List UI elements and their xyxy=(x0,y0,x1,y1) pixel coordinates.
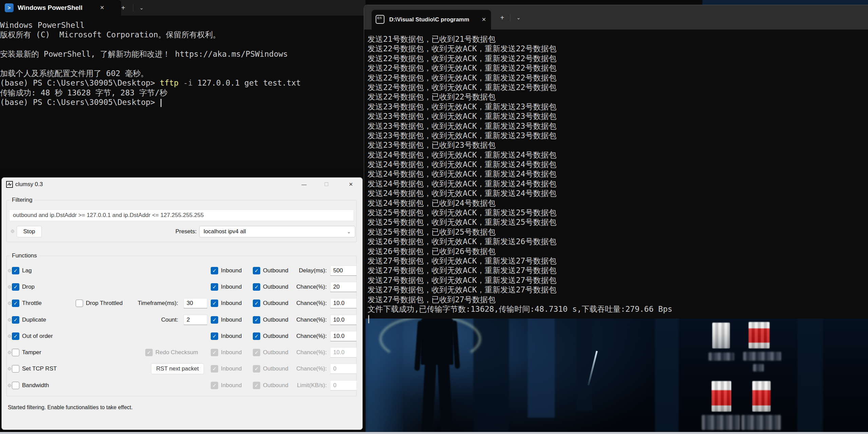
terminal-line: 发送27号数据包，收到无效ACK，重新发送27号数据包 xyxy=(367,266,866,275)
terminal-line xyxy=(367,314,866,323)
bandwidth-value-input xyxy=(330,380,357,391)
presets-label: Presets: xyxy=(175,226,196,237)
duplicate-checkbox[interactable]: ✓ xyxy=(12,316,19,324)
inbound-checkbox: ✓ xyxy=(211,365,218,373)
taskbar-edge[interactable] xyxy=(0,432,868,434)
out-of-order-value-input[interactable] xyxy=(330,331,357,341)
inbound-label: Inbound xyxy=(221,330,242,342)
terminal-line: 发送26号数据包，已收到26号数据包 xyxy=(367,247,866,256)
function-row-duplicate: ✓DuplicateCount:✓Inbound✓OutboundChance(… xyxy=(6,314,357,326)
drop-throttled-checkbox[interactable] xyxy=(76,300,83,307)
inbound-label: Inbound xyxy=(221,314,242,326)
inbound-label: Inbound xyxy=(221,281,242,293)
function-label: Duplicate xyxy=(22,314,46,326)
function-label: Out of order xyxy=(22,330,53,342)
terminal-line: 发送23号数据包，已收到23号数据包 xyxy=(367,140,866,150)
terminal-line: 发送25号数据包，收到无效ACK，重新发送25号数据包 xyxy=(367,208,866,217)
terminal-text-segment: 127.0.0.1 get test.txt xyxy=(193,78,301,87)
tab-dropdown-button[interactable]: ⌄ xyxy=(513,13,524,23)
terminal-text-segment: 版权所有 (C) Microsoft Corporation。保留所有权利。 xyxy=(0,30,221,39)
bandwidth-checkbox[interactable] xyxy=(12,382,19,389)
redo-checksum-checkbox: ✓ xyxy=(145,349,153,356)
function-label: Lag xyxy=(22,265,32,277)
close-button[interactable]: ✕ xyxy=(344,179,358,189)
tab-windows-powershell[interactable]: > Windows PowerShell ✕ xyxy=(0,0,121,16)
function-led xyxy=(8,367,11,370)
tamper-checkbox[interactable] xyxy=(12,349,19,356)
parameter-label: Chance(%): xyxy=(282,281,327,293)
set-tcp-rst-value-input xyxy=(330,364,357,374)
lag-checkbox[interactable]: ✓ xyxy=(12,267,19,274)
presets-dropdown[interactable]: localhost ipv4 all ⌄ xyxy=(199,226,355,237)
inbound-checkbox[interactable]: ✓ xyxy=(211,283,218,291)
parameter-label: Delay(ms): xyxy=(282,265,327,277)
throttle-checkbox[interactable]: ✓ xyxy=(12,300,19,307)
function-row-bandwidth: Bandwidth✓Inbound✓OutboundLimit(KB/s): xyxy=(6,379,357,392)
throttle-value-input[interactable] xyxy=(330,298,357,308)
status-bar-text: Started filtering. Enable functionalitie… xyxy=(8,404,133,411)
outbound-checkbox[interactable]: ✓ xyxy=(253,300,260,307)
inbound-checkbox[interactable]: ✓ xyxy=(211,267,218,274)
inbound-checkbox[interactable]: ✓ xyxy=(211,316,218,324)
drop-value-input[interactable] xyxy=(330,282,357,292)
lag-value-input[interactable] xyxy=(330,266,357,276)
tab-title: D:\Visual Studio\C programm xyxy=(389,10,469,30)
inbound-checkbox: ✓ xyxy=(211,349,218,356)
pixelation-overlay xyxy=(749,322,770,348)
desktop-icon-pixelated[interactable] xyxy=(712,381,731,412)
clumsy-title-bar[interactable]: clumsy 0.3 — ☐ ✕ xyxy=(2,178,362,191)
duplicate-count-input[interactable] xyxy=(184,315,207,325)
minimize-button[interactable]: — xyxy=(297,179,311,189)
terminal-line: 加载个人及系统配置文件用了 602 毫秒。 xyxy=(0,69,363,78)
filter-expression-input[interactable] xyxy=(9,210,354,221)
desktop-icon-pixelated[interactable] xyxy=(712,323,730,348)
inbound-checkbox[interactable]: ✓ xyxy=(211,332,218,340)
powershell-output: Windows PowerShell版权所有 (C) Microsoft Cor… xyxy=(0,20,363,107)
figure-silhouette-leg xyxy=(437,362,453,432)
tab-close-icon[interactable]: ✕ xyxy=(98,4,107,12)
rst-next-packet-button[interactable]: RST next packet xyxy=(151,363,204,374)
tab-dropdown-button[interactable]: ⌄ xyxy=(136,3,147,13)
terminal-text-segment: -i xyxy=(183,78,193,87)
terminal-line: 发送24号数据包，收到无效ACK，重新发送24号数据包 xyxy=(367,179,866,188)
inbound-checkbox[interactable]: ✓ xyxy=(211,300,218,307)
pixelation-overlay xyxy=(712,381,731,412)
wallpaper-tree xyxy=(528,316,555,418)
outbound-checkbox[interactable]: ✓ xyxy=(253,316,260,324)
inbound-label: Inbound xyxy=(221,346,242,359)
figure-silhouette-torso xyxy=(421,317,453,365)
terminal-text-segment: tftp xyxy=(160,78,178,87)
outbound-checkbox[interactable]: ✓ xyxy=(253,332,260,340)
filter-status-led xyxy=(11,230,14,233)
terminal-line: 发送23号数据包，收到无效ACK，重新发送23号数据包 xyxy=(367,102,866,111)
out-of-order-checkbox[interactable]: ✓ xyxy=(12,332,19,340)
desktop-icon-label-pixelated xyxy=(709,352,734,361)
terminal-tab-bar[interactable]: C:\ D:\Visual Studio\C programm ✕ + ⌄ xyxy=(364,5,868,30)
desktop-icon-pixelated[interactable] xyxy=(749,322,770,348)
wallpaper-tree xyxy=(655,316,679,432)
desktop-icon-pixelated[interactable] xyxy=(752,381,771,412)
function-led xyxy=(8,351,11,354)
parameter-label: Chance(%): xyxy=(282,314,327,326)
tab-c-program[interactable]: C:\ D:\Visual Studio\C programm ✕ xyxy=(372,10,491,30)
terminal-line: (base) PS C:\Users\30905\Desktop> xyxy=(0,97,363,107)
powershell-tab-bar[interactable]: > Windows PowerShell ✕ + ⌄ xyxy=(0,0,365,16)
function-row-tamper: Tamper✓Redo Checksum✓Inbound✓OutboundCha… xyxy=(6,346,357,359)
new-tab-button[interactable]: + xyxy=(497,13,507,23)
throttle-timeframe-ms--input[interactable] xyxy=(184,298,207,308)
terminal-text-segment xyxy=(178,78,183,87)
terminal-line: 发送24号数据包，收到无效ACK，重新发送24号数据包 xyxy=(367,169,866,179)
duplicate-value-input[interactable] xyxy=(330,315,357,325)
drop-checkbox[interactable]: ✓ xyxy=(12,283,19,291)
parameter-label: Limit(KB/s): xyxy=(282,379,327,392)
mid-input-label: Count: xyxy=(108,314,178,326)
tab-close-icon[interactable]: ✕ xyxy=(479,16,488,24)
function-label: Drop xyxy=(22,281,35,293)
outbound-checkbox[interactable]: ✓ xyxy=(253,267,260,274)
stop-button[interactable]: Stop xyxy=(17,226,42,237)
pixelation-overlay xyxy=(712,323,730,348)
new-tab-button[interactable]: + xyxy=(118,3,128,13)
set-tcp-rst-checkbox[interactable] xyxy=(12,365,19,373)
outbound-checkbox[interactable]: ✓ xyxy=(253,283,260,291)
desktop-icon-label-pixelated xyxy=(753,364,764,372)
